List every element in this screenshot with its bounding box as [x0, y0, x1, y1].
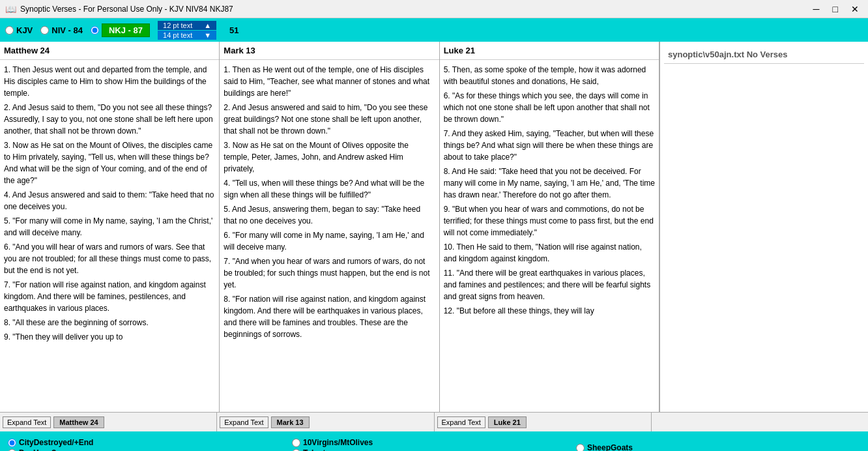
- mark-chapter-tab[interactable]: Mark 13: [271, 416, 310, 428]
- synoptic-tab-section: synoptic: [652, 413, 868, 431]
- titlebar: 📖 Synoptic Verses - For Personal Use Onl…: [0, 0, 868, 18]
- mark-header: Mark 13: [220, 42, 439, 60]
- matthew-expand-button[interactable]: Expand Text: [3, 416, 51, 428]
- matthew-text[interactable]: 1. Then Jesus went out and departed from…: [0, 60, 219, 412]
- matthew-scroll-area: 1. Then Jesus went out and departed from…: [0, 60, 219, 412]
- bottom-tabs: Expand Text Matthew 24 Expand Text Mark …: [0, 412, 868, 431]
- matthew-title: Matthew 24: [4, 46, 50, 55]
- luke-text[interactable]: 5. Then, as some spoke of the temple, ho…: [440, 60, 659, 412]
- talents-radio-item: Talents: [292, 448, 576, 451]
- titlebar-title: Synoptic Verses - For Personal Use Only …: [20, 5, 809, 14]
- mark-scroll-area: 1. Then as He went out of the temple, on…: [220, 60, 439, 412]
- mark-tab-section: Expand Text Mark 13: [217, 413, 434, 431]
- minimize-button[interactable]: ─: [809, 3, 824, 16]
- synoptic-title: synoptic\v50ajn.txt No Verses: [668, 50, 788, 59]
- niv-radio[interactable]: [40, 26, 49, 35]
- font-14-button[interactable]: 14 pt text ▼: [158, 31, 216, 40]
- font-12-button[interactable]: 12 pt text ▲: [158, 21, 216, 30]
- kjv-radio[interactable]: [5, 26, 14, 35]
- sheep-goats-radio-item: SheepGoats: [576, 443, 860, 451]
- kjv-label: KJV: [16, 25, 33, 35]
- toolbar: KJV NIV - 84 NKJ - 87 12 pt text ▲ 14 pt…: [0, 18, 868, 42]
- talents-label: Talents: [303, 448, 330, 451]
- maximize-button[interactable]: □: [829, 3, 842, 16]
- main-content: Matthew 24 1. Then Jesus went out and de…: [0, 42, 868, 412]
- window-controls: ─ □ ✕: [809, 3, 863, 16]
- city-destroyed-radio[interactable]: [8, 439, 16, 447]
- nkj-radio[interactable]: [91, 26, 99, 35]
- close-button[interactable]: ✕: [847, 3, 863, 16]
- matthew-header: Matthew 24: [0, 42, 219, 60]
- luke-expand-button[interactable]: Expand Text: [437, 416, 485, 428]
- mark-title: Mark 13: [224, 46, 255, 55]
- ten-virgins-radio[interactable]: [292, 439, 300, 447]
- sheep-goats-label: SheepGoats: [587, 443, 633, 451]
- mark-text[interactable]: 1. Then as He went out of the temple, on…: [220, 60, 439, 412]
- matthew-chapter-tab[interactable]: Matthew 24: [53, 416, 104, 428]
- kjv-radio-group: KJV: [5, 25, 33, 35]
- synoptic-header: synoptic\v50ajn.txt No Verses: [664, 46, 864, 64]
- day-hour-radio[interactable]: [8, 449, 16, 452]
- luke-chapter-tab[interactable]: Luke 21: [488, 416, 527, 428]
- luke-header: Luke 21: [440, 42, 659, 60]
- niv-radio-group: NIV - 84: [40, 25, 83, 35]
- luke-scroll-area: 5. Then, as some spoke of the temple, ho…: [440, 60, 659, 412]
- radio-col-2: 10Virgins/MtOlives Talents: [292, 438, 576, 451]
- matthew-panel: Matthew 24 1. Then Jesus went out and de…: [0, 42, 220, 412]
- sheep-goats-radio[interactable]: [576, 444, 585, 452]
- radio-col-3: SheepGoats: [576, 443, 860, 451]
- mark-expand-button[interactable]: Expand Text: [220, 416, 268, 428]
- luke-tab-section: Expand Text Luke 21: [435, 413, 652, 431]
- matthew-tab-section: Expand Text Matthew 24: [0, 413, 217, 431]
- font-size-controls: 12 pt text ▲ 14 pt text ▼: [158, 21, 216, 40]
- app-icon: 📖: [5, 4, 16, 14]
- day-hour-label: DayHour?: [19, 448, 56, 451]
- mark-panel: Mark 13 1. Then as He went out of the te…: [220, 42, 439, 412]
- day-hour-radio-item: DayHour?: [8, 448, 292, 451]
- ten-virgins-radio-item: 10Virgins/MtOlives: [292, 438, 576, 447]
- city-destroyed-label: CityDestroyed/+End: [19, 438, 93, 447]
- chapter-number: 51: [229, 25, 239, 35]
- luke-title: Luke 21: [444, 46, 475, 55]
- bottom-radio-bar: CityDestroyed/+End DayHour? 10Virgins/Mt…: [0, 431, 868, 451]
- nkj-button[interactable]: NKJ - 87: [102, 23, 150, 37]
- city-destroyed-radio-item: CityDestroyed/+End: [8, 438, 292, 447]
- synoptic-panel: synoptic\v50ajn.txt No Verses: [659, 42, 868, 412]
- ten-virgins-label: 10Virgins/MtOlives: [303, 438, 373, 447]
- nkj-radio-group: NKJ - 87: [91, 23, 150, 37]
- luke-panel: Luke 21 5. Then, as some spoke of the te…: [440, 42, 659, 412]
- niv-label: NIV - 84: [51, 25, 83, 35]
- talents-radio[interactable]: [292, 449, 300, 452]
- radio-col-1: CityDestroyed/+End DayHour?: [8, 438, 292, 451]
